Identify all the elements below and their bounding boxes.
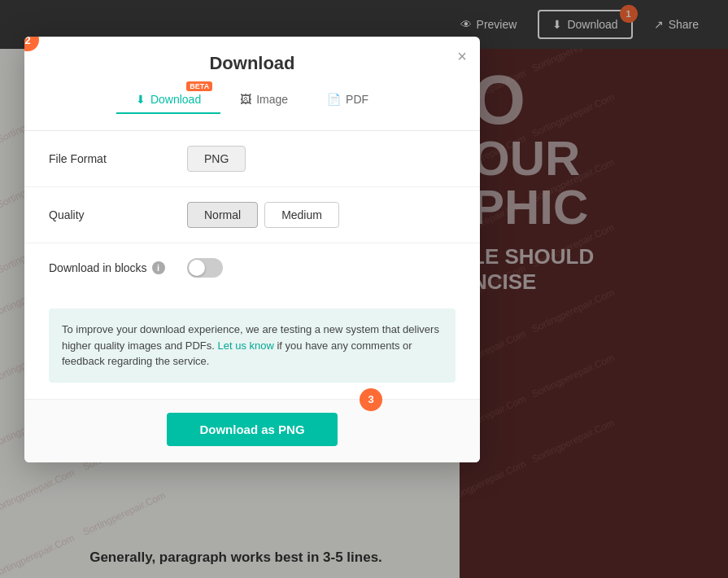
pdf-tab-label: PDF bbox=[346, 93, 368, 106]
beta-badge: BETA bbox=[186, 81, 212, 91]
quality-medium-button[interactable]: Medium bbox=[264, 202, 339, 228]
toggle-control bbox=[187, 258, 456, 278]
dialog-footer: 3 Download as PNG bbox=[24, 399, 480, 462]
file-format-row: File Format PNG bbox=[24, 131, 480, 187]
quality-normal-button[interactable]: Normal bbox=[187, 202, 258, 228]
dialog-close-button[interactable]: × bbox=[457, 48, 467, 64]
file-format-label: File Format bbox=[49, 152, 171, 165]
dialog-tabs: ⬇ Download BETA 🖼 Image 📄 PDF bbox=[41, 86, 464, 114]
download-blocks-toggle[interactable] bbox=[187, 258, 223, 278]
download-action-button[interactable]: Download as PNG bbox=[167, 413, 337, 446]
file-format-control: PNG bbox=[187, 146, 456, 172]
tab-image[interactable]: 🖼 Image bbox=[220, 86, 307, 114]
download-blocks-row: Download in blocks i bbox=[24, 243, 480, 292]
image-tab-icon: 🖼 bbox=[240, 93, 251, 106]
image-tab-label: Image bbox=[256, 93, 288, 106]
download-tab-icon: ⬇ bbox=[136, 93, 146, 106]
dialog-header: Download × ⬇ Download BETA 🖼 Image 📄 PDF bbox=[24, 37, 480, 131]
download-tab-label: Download bbox=[150, 93, 201, 106]
pdf-tab-icon: 📄 bbox=[327, 93, 341, 106]
file-format-button[interactable]: PNG bbox=[187, 146, 246, 172]
dialog-overlay: 2 Download × ⬇ Download BETA 🖼 Image 📄 P… bbox=[0, 0, 728, 578]
download-blocks-label: Download in blocks i bbox=[49, 261, 171, 274]
info-box: To improve your download experience, we … bbox=[49, 309, 456, 383]
tab-pdf[interactable]: 📄 PDF bbox=[307, 86, 388, 114]
info-icon[interactable]: i bbox=[152, 261, 165, 274]
download-dialog: 2 Download × ⬇ Download BETA 🖼 Image 📄 P… bbox=[24, 37, 480, 462]
step-badge-3: 3 bbox=[360, 388, 382, 411]
toggle-knob bbox=[189, 260, 205, 276]
dialog-body: File Format PNG Quality Normal Medium Do… bbox=[24, 131, 480, 383]
info-link[interactable]: Let us know bbox=[217, 339, 273, 352]
tab-download[interactable]: ⬇ Download BETA bbox=[116, 86, 220, 114]
dialog-title: Download bbox=[41, 53, 464, 74]
quality-row: Quality Normal Medium bbox=[24, 187, 480, 243]
quality-label: Quality bbox=[49, 208, 171, 221]
quality-control: Normal Medium bbox=[187, 202, 456, 228]
